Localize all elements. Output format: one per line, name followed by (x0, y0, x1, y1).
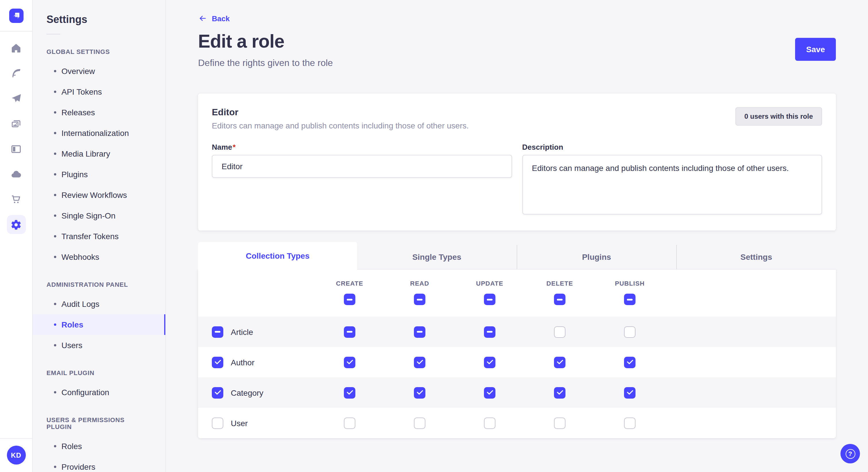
settings-gear-icon[interactable] (7, 215, 26, 234)
header-cell (525, 294, 595, 305)
sidebar-item-media-library[interactable]: Media Library (33, 143, 165, 164)
tab-plugins[interactable]: Plugins (516, 245, 676, 270)
sidebar-item-providers[interactable]: Providers (33, 457, 165, 472)
sidebar-divider (46, 34, 60, 34)
permission-cell (595, 387, 665, 398)
sidebar-item-internationalization[interactable]: Internationalization (33, 123, 165, 143)
category-delete-checkbox[interactable] (554, 387, 565, 398)
strapi-logo[interactable] (9, 8, 23, 23)
cloud-icon[interactable] (7, 165, 26, 183)
main-nav-rail: KD (0, 0, 33, 472)
author-publish-checkbox[interactable] (624, 357, 636, 368)
user-delete-checkbox[interactable] (554, 417, 565, 429)
sidebar-item-label: Roles (61, 442, 82, 451)
name-input[interactable] (212, 155, 512, 178)
user-update-checkbox[interactable] (484, 417, 495, 429)
header-cell (315, 294, 384, 305)
bullet-dot-icon (54, 91, 56, 93)
paper-plane-icon[interactable] (7, 89, 26, 108)
article-update-checkbox[interactable] (484, 326, 495, 338)
sidebar-item-label: Providers (61, 462, 95, 471)
column-header-create: CREATE (315, 280, 384, 287)
media-library-icon[interactable] (7, 114, 26, 133)
bullet-dot-icon (54, 445, 56, 447)
article-create-checkbox[interactable] (344, 326, 355, 338)
sidebar-item-releases[interactable]: Releases (33, 102, 165, 123)
sidebar-item-single-sign-on[interactable]: Single Sign-On (33, 205, 165, 226)
sidebar-item-transfer-tokens[interactable]: Transfer Tokens (33, 226, 165, 247)
header-cell (455, 294, 525, 305)
page-title: Edit a role (198, 31, 333, 52)
description-textarea[interactable]: Editors can manage and publish contents … (522, 155, 822, 214)
sidebar-item-api-tokens[interactable]: API Tokens (33, 81, 165, 102)
indeterminate-dash-icon (487, 331, 493, 333)
indeterminate-dash-icon (215, 331, 220, 333)
sidebar-item-audit-logs[interactable]: Audit Logs (33, 294, 165, 314)
author-delete-checkbox[interactable] (554, 357, 565, 368)
settings-sidebar: Settings GLOBAL SETTINGSOverviewAPI Toke… (33, 0, 166, 472)
description-field-label: Description (522, 143, 822, 151)
article-row-checkbox[interactable] (212, 326, 223, 338)
author-read-checkbox[interactable] (414, 357, 425, 368)
sidebar-item-configuration[interactable]: Configuration (33, 382, 165, 403)
sidebar-item-roles[interactable]: Roles (33, 314, 165, 335)
header-cell (384, 294, 455, 305)
permissions-tabs: Collection TypesSingle TypesPluginsSetti… (198, 242, 836, 270)
author-update-checkbox[interactable] (484, 357, 495, 368)
sidebar-item-review-workflows[interactable]: Review Workflows (33, 185, 165, 205)
select-all-publish-checkbox[interactable] (624, 294, 636, 305)
author-create-checkbox[interactable] (344, 357, 355, 368)
article-read-checkbox[interactable] (414, 326, 425, 338)
indeterminate-dash-icon (487, 299, 493, 300)
user-read-checkbox[interactable] (414, 417, 425, 429)
user-create-checkbox[interactable] (344, 417, 355, 429)
feather-icon[interactable] (7, 64, 26, 82)
permission-cell (595, 357, 665, 368)
sidebar-section-label: ADMINISTRATION PANEL (46, 281, 152, 288)
permission-cell (315, 326, 384, 338)
permission-cell (595, 326, 665, 338)
permission-cell (455, 357, 525, 368)
help-button[interactable]: ? (840, 444, 860, 463)
indeterminate-dash-icon (347, 331, 352, 333)
select-all-create-checkbox[interactable] (344, 294, 355, 305)
category-row-checkbox[interactable] (212, 387, 223, 398)
sidebar-item-label: API Tokens (61, 87, 102, 96)
header-cell (595, 294, 665, 305)
permission-cell (525, 417, 595, 429)
author-row-checkbox[interactable] (212, 357, 223, 368)
home-icon[interactable] (7, 38, 26, 57)
row-label: Article (231, 327, 253, 336)
user-row-checkbox[interactable] (212, 417, 223, 429)
select-all-read-checkbox[interactable] (414, 294, 425, 305)
article-delete-checkbox[interactable] (554, 326, 565, 338)
save-button[interactable]: Save (795, 38, 836, 61)
sidebar-item-users[interactable]: Users (33, 335, 165, 356)
sidebar-item-plugins[interactable]: Plugins (33, 164, 165, 185)
sidebar-item-roles[interactable]: Roles (33, 436, 165, 457)
back-label: Back (212, 14, 229, 23)
tab-settings[interactable]: Settings (676, 245, 836, 270)
permission-cell (455, 387, 525, 398)
user-publish-checkbox[interactable] (624, 417, 636, 429)
sidebar-item-webhooks[interactable]: Webhooks (33, 247, 165, 267)
permission-cell (315, 357, 384, 368)
user-avatar[interactable]: KD (7, 446, 26, 465)
category-read-checkbox[interactable] (414, 387, 425, 398)
tab-collection-types[interactable]: Collection Types (198, 242, 358, 270)
article-publish-checkbox[interactable] (624, 326, 636, 338)
category-publish-checkbox[interactable] (624, 387, 636, 398)
layout-icon[interactable] (7, 139, 26, 158)
role-form-fields: Name* Description Editors can manage and… (212, 143, 822, 217)
select-all-update-checkbox[interactable] (484, 294, 495, 305)
sidebar-item-overview[interactable]: Overview (33, 61, 165, 81)
permission-cell (455, 417, 525, 429)
select-all-delete-checkbox[interactable] (554, 294, 565, 305)
users-with-role-button[interactable]: 0 users with this role (735, 107, 822, 126)
back-link[interactable]: Back (198, 14, 229, 23)
category-update-checkbox[interactable] (484, 387, 495, 398)
tab-single-types[interactable]: Single Types (358, 245, 517, 270)
category-create-checkbox[interactable] (344, 387, 355, 398)
cart-icon[interactable] (7, 190, 26, 209)
sidebar-item-label: Internationalization (61, 129, 129, 138)
